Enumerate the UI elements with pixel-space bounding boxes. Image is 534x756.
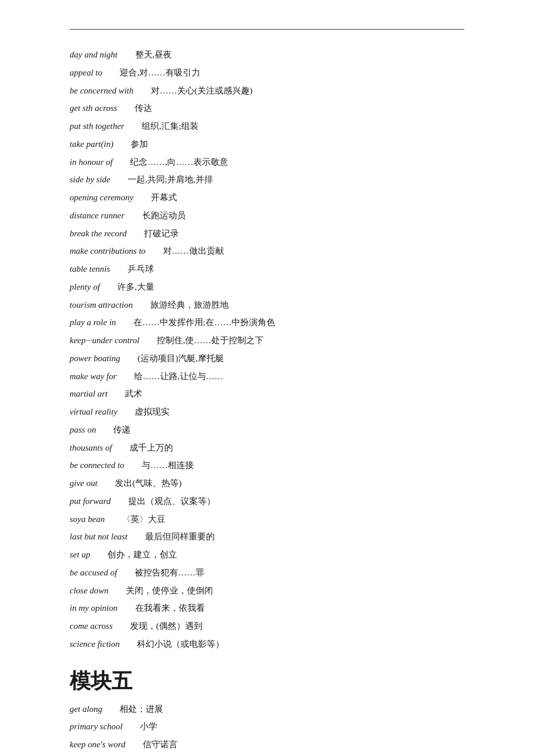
list-item: power boating (运动项目)汽艇,摩托艇 <box>70 350 464 368</box>
phrase-en: virtual reality <box>70 407 117 416</box>
phrase-en: pass on <box>70 425 96 434</box>
list-item: appeal to 迎合,对……有吸引力 <box>70 64 464 82</box>
phrase-en: get sth across <box>70 103 117 113</box>
phrase-cn: 武术 <box>125 389 142 398</box>
list-item: plenty of 许多,大量 <box>70 278 464 296</box>
phrase-cn: 开幕式 <box>151 193 177 202</box>
list-item: side by side 一起,共同;并肩地,并排 <box>70 171 464 189</box>
phrase-en: primary school <box>70 722 122 731</box>
list-item: opening ceremony 开幕式 <box>70 189 464 207</box>
phrase-en: appeal to <box>70 68 102 77</box>
phrase-cn: 小学 <box>140 722 157 731</box>
phrase-en: give out <box>70 478 98 488</box>
list-item: soya bean 〈英〉大豆 <box>70 510 464 528</box>
phrase-en: last but not least <box>70 532 128 541</box>
phrase-cn: 控制住,使……处于控制之下 <box>157 336 264 345</box>
phrase-cn: 虚拟现实 <box>135 407 169 416</box>
list-item: close down 关闭，使停业，使倒闭 <box>70 582 464 600</box>
phrase-en: get along <box>70 704 102 714</box>
phrase-en: science fiction <box>70 639 120 649</box>
phrase-cn: 许多,大量 <box>117 282 154 291</box>
phrase-en: day and night <box>70 50 118 59</box>
phrase-cn: 纪念……,向……表示敬意 <box>130 157 228 167</box>
phrase-en: be accused of <box>70 568 117 577</box>
phrase-cn: 最后但同样重要的 <box>145 532 215 541</box>
phrase-en: table tennis <box>70 264 110 273</box>
phrase-cn: 整天,昼夜 <box>135 50 172 59</box>
phrase-cn: 提出（观点、议案等） <box>128 496 215 506</box>
list-item: keep one's word 信守诺言 <box>70 736 464 754</box>
phrase-cn: 对……关心(关注或感兴趣) <box>151 86 252 95</box>
list-item: last but not least 最后但同样重要的 <box>70 528 464 546</box>
list-item: get sth across 传达 <box>70 99 464 117</box>
phrase-cn: 相处；进展 <box>120 704 163 714</box>
list-item: play a role in 在……中发挥作用;在……中扮演角色 <box>70 314 464 332</box>
phrase-en: make way for <box>70 372 117 381</box>
phrase-cn: 〈英〉大豆 <box>122 514 165 524</box>
list-item: in my opinion 在我看来，依我看 <box>70 599 464 617</box>
list-item: day and night 整天,昼夜 <box>70 46 464 64</box>
list-item: primary school 小学 <box>70 718 464 736</box>
list-item: keep···under control 控制住,使……处于控制之下 <box>70 332 464 350</box>
list-item: give out 发出(气味、热等) <box>70 474 464 492</box>
phrase-cn: 打破记录 <box>144 229 179 238</box>
list-item: tourism attraction 旅游经典，旅游胜地 <box>70 296 464 314</box>
phrase-en: in honour of <box>70 157 113 167</box>
phrase-cn: 发出(气味、热等) <box>115 478 182 488</box>
phrase-en: set up <box>70 550 90 559</box>
phrase-cn: 与……相连接 <box>142 460 194 470</box>
list-item: science fiction 科幻小说（或电影等） <box>70 635 464 653</box>
phrase-en: put sth together <box>70 121 124 131</box>
phrase-cn: 对……做出贡献 <box>163 246 224 255</box>
phrase-en: make contributions to <box>70 246 146 255</box>
phrase-cn: 旅游经典，旅游胜地 <box>150 300 229 309</box>
phrase-en: be concerned with <box>70 86 134 95</box>
list-item: be accused of 被控告犯有……罪 <box>70 564 464 582</box>
list-item: come across 发现，(偶然）遇到 <box>70 617 464 635</box>
list-item: thousants of 成千上万的 <box>70 439 464 457</box>
phrase-cn: 给……让路,让位与…… <box>134 372 223 381</box>
phrase-cn: 一起,共同;并肩地,并排 <box>128 175 213 184</box>
list-item: make way for 给……让路,让位与…… <box>70 368 464 386</box>
list-item: make contributions to 对……做出贡献 <box>70 242 464 260</box>
list-item: get along 相处；进展 <box>70 700 464 718</box>
list-item: take part(in) 参加 <box>70 135 464 153</box>
phrase-en: distance runner <box>70 211 125 220</box>
list-item: be concerned with 对……关心(关注或感兴趣) <box>70 82 464 100</box>
phrase-cn: 乒乓球 <box>128 264 154 273</box>
phrase-en: put forward <box>70 496 111 506</box>
phrase-en: keep one's word <box>70 740 125 749</box>
phrase-en: come across <box>70 621 113 631</box>
phrase-en: thousants of <box>70 443 112 452</box>
top-divider <box>70 29 464 30</box>
phrase-en: close down <box>70 586 109 595</box>
phrase-cn: 组织,汇集;组装 <box>142 121 199 131</box>
list-item: break the record 打破记录 <box>70 225 464 243</box>
list-item: put sth together 组织,汇集;组装 <box>70 117 464 135</box>
list-item: in honour of 纪念……,向……表示敬意 <box>70 153 464 171</box>
phrase-cn: 成千上万的 <box>129 443 173 452</box>
phrase-cn: 发现，(偶然）遇到 <box>130 621 203 631</box>
list-item: set up 创办，建立，创立 <box>70 546 464 564</box>
phrase-en: martial art <box>70 389 107 398</box>
phrase-en: keep···under control <box>70 336 139 345</box>
phrase-cn: (运动项目)汽艇,摩托艇 <box>138 354 224 363</box>
list-item: martial art 武术 <box>70 385 464 403</box>
phrase-en: break the record <box>70 229 127 238</box>
module5-heading: 模块五 <box>70 667 464 696</box>
phrase-cn: 科幻小说（或电影等） <box>137 639 224 649</box>
phrase-en: opening ceremony <box>70 193 134 202</box>
module5-phrase-list: get along 相处；进展primary school 小学keep one… <box>70 700 464 757</box>
phrase-cn: 迎合,对……有吸引力 <box>120 68 200 77</box>
phrase-en: power boating <box>70 354 120 363</box>
phrase-cn: 信守诺言 <box>143 740 178 749</box>
phrase-en: plenty of <box>70 282 100 291</box>
phrase-cn: 被控告犯有……罪 <box>135 568 204 577</box>
phrase-en: in my opinion <box>70 603 118 613</box>
phrase-en: side by side <box>70 175 110 184</box>
page-container: day and night 整天,昼夜appeal to 迎合,对……有吸引力b… <box>0 0 534 756</box>
phrase-en: play a role in <box>70 318 116 327</box>
phrase-en: be connected to <box>70 460 124 470</box>
phrase-list: day and night 整天,昼夜appeal to 迎合,对……有吸引力b… <box>70 46 464 653</box>
phrase-en: soya bean <box>70 514 104 524</box>
